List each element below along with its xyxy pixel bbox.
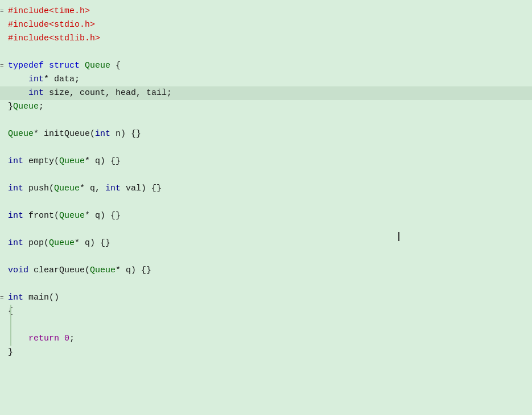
code-line-8: }Queue; xyxy=(0,100,532,114)
line-content-22: int main() xyxy=(8,291,59,305)
code-line-18: int pop(Queue* q) {} xyxy=(0,236,532,250)
code-editor: = #include<time.h> #include<stdio.h> #in… xyxy=(0,0,532,415)
fold-marker-5[interactable]: = xyxy=(0,61,8,72)
code-line-3: #include<stdlib.h> xyxy=(0,32,532,45)
text-cursor xyxy=(398,230,399,244)
line-content-6: int* data; xyxy=(8,73,80,86)
line-content-26: } xyxy=(8,346,13,359)
code-line-10: Queue* initQueue(int n) {} xyxy=(0,127,532,141)
code-line-25: return 0; xyxy=(0,332,532,346)
code-line-9 xyxy=(0,114,532,127)
line-content-25: return 0; xyxy=(8,332,75,346)
line-content-15 xyxy=(8,196,13,209)
line-content-7: int size, count, head, tail; xyxy=(8,86,172,100)
line-content-11 xyxy=(8,141,13,155)
fold-marker-22[interactable]: = xyxy=(0,293,8,304)
code-line-20: void clearQueue(Queue* q) {} xyxy=(0,264,532,277)
code-line-24 xyxy=(0,318,532,332)
code-line-12: int empty(Queue* q) {} xyxy=(0,155,532,168)
code-line-15 xyxy=(0,196,532,209)
line-content-5: typedef struct Queue { xyxy=(8,59,121,73)
code-line-22: = int main() xyxy=(0,291,532,305)
fold-marker-1[interactable]: = xyxy=(0,7,8,17)
line-content-13 xyxy=(8,168,13,182)
scope-line-25 xyxy=(10,332,11,346)
line-content-14: int push(Queue* q, int val) {} xyxy=(8,182,162,196)
line-content-18: int pop(Queue* q) {} xyxy=(8,236,110,250)
line-content-1: #include<time.h> xyxy=(8,5,90,18)
line-content-8: }Queue; xyxy=(8,100,44,114)
scope-line-24 xyxy=(10,318,11,332)
line-content-19 xyxy=(8,250,13,264)
code-line-7: int size, count, head, tail; xyxy=(0,86,532,100)
line-content-17 xyxy=(8,223,13,236)
code-line-1: = #include<time.h> xyxy=(0,5,532,18)
scope-line-23 xyxy=(10,305,11,318)
code-line-19 xyxy=(0,250,532,264)
line-content-9 xyxy=(8,114,13,127)
code-line-26: } xyxy=(0,346,532,359)
code-line-5: = typedef struct Queue { xyxy=(0,59,532,73)
line-content-12: int empty(Queue* q) {} xyxy=(8,155,121,168)
line-content-2: #include<stdio.h> xyxy=(8,18,95,32)
code-line-16: int front(Queue* q) {} xyxy=(0,209,532,223)
code-line-13 xyxy=(0,168,532,182)
code-line-4 xyxy=(0,45,532,59)
line-content-21 xyxy=(8,277,13,291)
line-content-4 xyxy=(8,45,13,59)
code-line-11 xyxy=(0,141,532,155)
line-content-16: int front(Queue* q) {} xyxy=(8,209,121,223)
line-content-10: Queue* initQueue(int n) {} xyxy=(8,127,141,141)
code-line-21 xyxy=(0,277,532,291)
line-content-20: void clearQueue(Queue* q) {} xyxy=(8,264,151,277)
code-line-14: int push(Queue* q, int val) {} xyxy=(0,182,532,196)
code-line-6: int* data; xyxy=(0,73,532,86)
code-line-2: #include<stdio.h> xyxy=(0,18,532,32)
line-content-3: #include<stdlib.h> xyxy=(8,32,100,45)
code-line-23: { xyxy=(0,305,532,318)
code-line-17 xyxy=(0,223,532,236)
